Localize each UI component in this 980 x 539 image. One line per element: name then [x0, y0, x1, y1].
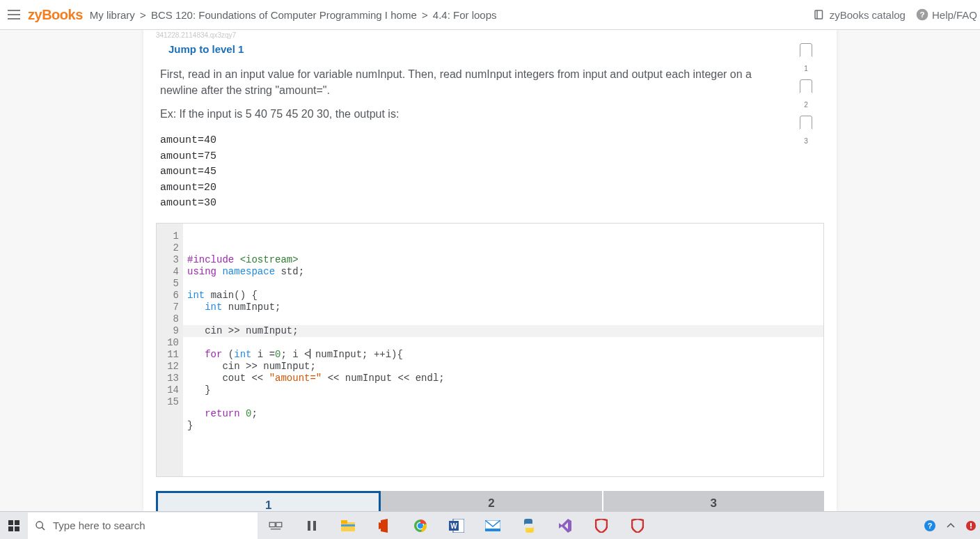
level-chip-num: 2 — [804, 101, 808, 109]
svg-text:?: ? — [928, 522, 933, 530]
level-chip[interactable] — [800, 43, 812, 57]
menu-icon[interactable] — [0, 10, 28, 19]
windows-icon — [8, 520, 19, 531]
jump-to-level-link[interactable]: Jump to level 1 — [168, 43, 244, 55]
svg-point-8 — [36, 522, 42, 528]
svg-rect-0 — [815, 10, 823, 19]
mcafee-icon-2[interactable] — [622, 512, 653, 540]
svg-rect-28 — [970, 523, 972, 526]
mail-icon[interactable] — [477, 512, 508, 540]
system-tray: ? — [922, 512, 980, 540]
svg-text:?: ? — [919, 10, 924, 19]
start-button[interactable] — [0, 512, 28, 540]
activity-debug-id: 341228.2114834.qx3zqy7 — [156, 31, 820, 39]
level-pill-1[interactable]: 1 — [156, 491, 381, 511]
windows-taskbar: Type here to search W — [0, 511, 980, 539]
logo-suffix: Books — [42, 7, 83, 22]
svg-text:W: W — [450, 522, 457, 530]
task-view-icon[interactable] — [260, 512, 291, 540]
output-line: amount=75 — [160, 149, 792, 165]
svg-rect-13 — [308, 521, 310, 531]
help-label: Help/FAQ — [932, 9, 977, 21]
catalog-label: zyBooks catalog — [830, 9, 906, 21]
svg-rect-11 — [276, 522, 282, 526]
breadcrumb: My library > BCS 120: Foundations of Com… — [90, 9, 813, 21]
svg-point-20 — [418, 523, 423, 529]
svg-rect-29 — [970, 527, 972, 529]
breadcrumb-course[interactable]: BCS 120: Foundations of Computer Program… — [151, 9, 417, 21]
output-line: amount=20 — [160, 180, 792, 196]
example-intro: Ex: If the input is 5 40 75 45 20 30, th… — [160, 108, 792, 120]
svg-rect-6 — [8, 526, 13, 531]
tray-chevron-up-icon[interactable] — [944, 512, 958, 540]
tray-help-icon[interactable]: ? — [922, 512, 938, 540]
level-chip-num: 3 — [804, 137, 808, 145]
python-icon[interactable] — [514, 512, 544, 540]
svg-rect-17 — [341, 524, 355, 526]
activity-card: 341228.2114834.qx3zqy7 Jump to level 1 F… — [143, 30, 837, 511]
book-icon — [813, 8, 825, 21]
page-body: 341228.2114834.qx3zqy7 Jump to level 1 F… — [0, 30, 980, 511]
taskbar-search[interactable]: Type here to search — [28, 513, 258, 539]
level-nav: 1 2 3 — [156, 491, 824, 511]
editor-code[interactable]: #include <iostream> using namespace std;… — [183, 224, 823, 476]
file-explorer-icon[interactable] — [333, 512, 363, 540]
pause-icon[interactable] — [297, 512, 327, 540]
breadcrumb-section[interactable]: 4.4: For loops — [433, 9, 497, 21]
word-icon[interactable]: W — [441, 512, 472, 540]
svg-rect-4 — [8, 520, 13, 525]
office-icon[interactable] — [369, 512, 400, 540]
breadcrumb-library[interactable]: My library — [90, 9, 135, 21]
svg-rect-5 — [15, 520, 19, 525]
taskbar-apps: W — [260, 512, 653, 540]
svg-rect-16 — [341, 520, 347, 524]
instructions-text: First, read in an input value for variab… — [160, 66, 792, 98]
svg-rect-10 — [269, 522, 275, 526]
app-header: zyBooks My library > BCS 120: Foundation… — [0, 0, 980, 30]
svg-rect-7 — [15, 526, 19, 531]
output-line: amount=30 — [160, 196, 792, 212]
code-editor[interactable]: 1 2 3 4 5 6 7 8 9 10 11 12 13 14 15 #inc… — [156, 223, 824, 477]
logo-prefix: zy — [28, 7, 42, 22]
help-icon: ? — [915, 8, 929, 22]
output-line: amount=45 — [160, 164, 792, 180]
visual-studio-icon[interactable] — [550, 512, 580, 540]
level-chip[interactable] — [800, 116, 812, 130]
search-icon — [35, 520, 46, 531]
level-pill-3[interactable]: 3 — [603, 491, 824, 511]
search-placeholder: Type here to search — [53, 520, 145, 531]
level-chip-num: 1 — [804, 65, 808, 72]
output-line: amount=40 — [160, 133, 792, 149]
svg-line-9 — [42, 527, 45, 530]
example-output: amount=40 amount=75 amount=45 amount=20 … — [160, 133, 792, 212]
catalog-link[interactable]: zyBooks catalog — [813, 8, 906, 21]
mcafee-icon[interactable] — [586, 512, 617, 540]
editor-gutter: 1 2 3 4 5 6 7 8 9 10 11 12 13 14 15 — [157, 224, 183, 476]
level-pill-2[interactable]: 2 — [381, 491, 603, 511]
chrome-icon[interactable] — [405, 512, 436, 540]
help-link[interactable]: ? Help/FAQ — [915, 8, 977, 22]
tray-security-icon[interactable] — [963, 512, 979, 540]
level-chip[interactable] — [800, 79, 812, 93]
zybooks-logo[interactable]: zyBooks — [28, 7, 83, 23]
svg-rect-14 — [313, 521, 316, 531]
level-chips: 1 2 3 — [792, 39, 820, 223]
